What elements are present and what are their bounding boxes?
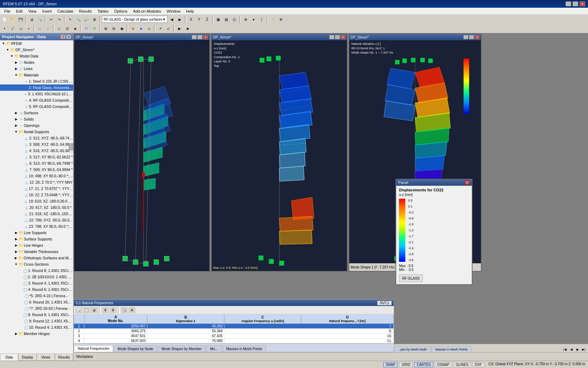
tbl-btn6[interactable]: 🔍 xyxy=(121,307,128,313)
tbl-btn2[interactable]: 📋 xyxy=(83,307,90,313)
tb-warning[interactable]: ⚠ xyxy=(269,15,277,23)
menu-view[interactable]: View xyxy=(26,8,40,14)
tb-export2[interactable]: ↙ xyxy=(164,25,172,32)
view1-buttons[interactable]: − □ ✕ xyxy=(192,35,208,39)
tree-cs-3[interactable]: ◯3: Round 4; 1.4301 X5CrNi... xyxy=(0,280,73,286)
tb-dimension[interactable]: ↔ xyxy=(36,25,44,32)
tree-rfem[interactable]: ▼ 📁 RFEM xyxy=(0,40,73,47)
tab-mode-shapes-node[interactable]: Mode Shapes by Node xyxy=(114,346,157,352)
tb-select[interactable]: ↖ xyxy=(66,15,74,23)
title-bar-buttons[interactable]: − □ ✕ xyxy=(566,1,585,6)
tree-dpsimon[interactable]: ▼ 📁 DP_Simon* xyxy=(0,47,73,53)
badge-cartes[interactable]: CARTES xyxy=(414,362,433,367)
tree-ns-11[interactable]: △19: 619; XZ -180.0,30.0 *; Y xyxy=(0,198,73,204)
view2-body[interactable]: Displacements u-z [mm] CO22 Composition … xyxy=(212,40,347,271)
view3-min[interactable]: − xyxy=(463,35,468,39)
badge-dxf[interactable]: DXF xyxy=(472,362,484,367)
tb-line2[interactable]: ╱ xyxy=(9,25,16,32)
tree-surfacesupports[interactable]: ▶📁Surface Supports xyxy=(0,236,73,242)
tbl-btn4[interactable]: ⬆ xyxy=(102,307,109,313)
tb-print[interactable]: 🖨 xyxy=(28,15,36,23)
tb-new[interactable]: 📄 xyxy=(1,15,8,23)
tb-redo[interactable]: ↪ xyxy=(55,15,63,23)
tb-stop[interactable]: ■ xyxy=(184,25,191,32)
tree-mat-4[interactable]: ▪ 4: RF-GLASS Compositio... xyxy=(0,97,73,103)
tb-color1[interactable]: ■ xyxy=(129,25,137,32)
tree-ns-9[interactable]: △17: 21; Z 70.8707 *; YYY NI xyxy=(0,185,73,192)
tree-ns-15[interactable]: △23: 798; XY 90.0,-50.0 *; Y* xyxy=(0,223,73,230)
tree-ns-8[interactable]: △12: 20; Z 70.0 *; YYY NNY xyxy=(0,179,73,185)
tree-ns-2[interactable]: △3: 508; XYZ -90.0,-54.9994 xyxy=(0,141,73,148)
tree-solids[interactable]: ▶ ▪ Solids xyxy=(0,116,73,122)
view3-max[interactable]: □ xyxy=(469,35,474,39)
tree-cs-8[interactable]: ◯8: Round 8; 1.4301 X5CrNi... xyxy=(0,312,73,318)
tree-mat-2[interactable]: ▪ 2: Float Glass, Horizontal ... xyxy=(0,84,73,91)
v3-tab-mesh-node[interactable]: ...pes by Mesh Node xyxy=(394,346,431,352)
tb-misc1[interactable]: ⊞ xyxy=(102,25,110,32)
tb-view-top[interactable]: ⊡ xyxy=(63,25,71,32)
v3-prev1[interactable]: ◀ xyxy=(568,347,574,352)
tab-natural-freq[interactable]: Natural Frequencies xyxy=(74,345,113,352)
badge-glines[interactable]: GLINES xyxy=(453,362,471,367)
menu-file[interactable]: File xyxy=(1,8,13,14)
tbl-btn1[interactable]: 📊 xyxy=(75,307,82,313)
tree-cs[interactable]: ▼📁Cross-Sections xyxy=(0,261,73,267)
v3-prev2[interactable]: |◀ xyxy=(562,347,568,352)
tree-mat-5[interactable]: ▪ 5: RF-GLASS Compositio... xyxy=(0,103,73,110)
tb-zoom-in[interactable]: 🔍 xyxy=(75,15,82,23)
tb-zoom-out[interactable]: 🔎 xyxy=(83,15,90,23)
view3-buttons[interactable]: − □ ✕ xyxy=(463,35,479,39)
view1-max[interactable]: □ xyxy=(197,35,202,39)
tab-mode-shapes-member[interactable]: Mode Shapes by Member xyxy=(158,346,206,352)
tb-open[interactable]: 📂 xyxy=(9,15,16,23)
tree-ns-6[interactable]: △7: 509; XY 90.0,-54.9994 * xyxy=(0,166,73,173)
menu-insert[interactable]: Insert xyxy=(39,8,55,14)
expand-solids[interactable]: ▶ xyxy=(14,117,18,121)
tb-undo[interactable]: ↩ xyxy=(47,15,55,23)
tb-render1[interactable]: ▦ xyxy=(215,15,222,23)
tb-point[interactable]: • xyxy=(1,25,8,32)
tree-openings[interactable]: ▶ ○ Openings xyxy=(0,122,73,129)
tb-surface[interactable]: ▭ xyxy=(17,25,24,32)
tree-ns-7[interactable]: △10: 498; XY 90.0,-90.0 *; Y* xyxy=(0,173,73,179)
tree-cs-4[interactable]: ◯4: Round 6; 1.4301 X5CrNi... xyxy=(0,286,73,293)
expand-rfem[interactable]: ▼ xyxy=(1,42,6,45)
tb-edge[interactable]: | xyxy=(258,15,266,23)
tbl-btn7[interactable]: ⚙ xyxy=(128,307,135,313)
rfglass-button[interactable]: RF-GLASS xyxy=(399,274,423,282)
tree-nodes[interactable]: ▶ ⬡ Nodes xyxy=(0,59,73,66)
sidebar-tab-results[interactable]: Results xyxy=(55,354,73,361)
expand-nodal[interactable]: ▼ xyxy=(14,130,18,134)
view2-min[interactable]: − xyxy=(329,35,334,39)
tb-solid[interactable]: ▪ xyxy=(25,25,33,32)
tb-color2[interactable]: ■ xyxy=(137,25,145,32)
tab-mo[interactable]: Mo... xyxy=(206,346,222,352)
table-row-4[interactable]: 4 5637.003 75.080 11. xyxy=(74,339,394,343)
v3-tab-masses-mesh[interactable]: Masses in Mesh Points xyxy=(432,346,472,352)
tb-load[interactable]: ↓ xyxy=(44,25,52,32)
tree-cs-5[interactable]: ◯*5: 2RD 4-16 | Ferona - xyxy=(0,293,73,299)
tree-ns-5[interactable]: △6: 513; XY 90.0,-68.7498 * xyxy=(0,160,73,166)
tree-mat-1[interactable]: ▪ 1: Steel S 235 JR | CSN EN xyxy=(0,78,73,84)
sidebar-tab-data[interactable]: Data xyxy=(0,354,18,361)
menu-calculate[interactable]: Calculate xyxy=(55,8,76,14)
tree-ns-1[interactable]: △2: 512; XYZ -90.0,-68.7498 xyxy=(0,135,73,141)
tree-modeldata[interactable]: ▼ 📁 Model Data xyxy=(0,53,73,59)
view1-body[interactable] xyxy=(74,40,209,271)
sidebar-tab-display[interactable]: Display xyxy=(18,354,36,361)
expand-nodes[interactable]: ▶ xyxy=(14,61,18,64)
tb-rotate-z[interactable]: Z xyxy=(203,15,211,23)
tb-view-front[interactable]: □ xyxy=(55,25,63,32)
tb-render2[interactable]: ▤ xyxy=(223,15,230,23)
expand-modeldata[interactable]: ▼ xyxy=(10,54,14,58)
table-row-2[interactable]: 2 3065.375 55.366 8. xyxy=(74,329,394,334)
expand-openings[interactable]: ▶ xyxy=(14,124,18,127)
expand-surfaces[interactable]: ▶ xyxy=(14,111,18,115)
tree-ns-13[interactable]: △21: 618; XZ -180.0,-150.0 * xyxy=(0,211,73,217)
tb-snap[interactable]: ⊕ xyxy=(242,15,250,23)
sidebar-close[interactable]: ✕ xyxy=(66,35,71,39)
view2-close[interactable]: ✕ xyxy=(341,35,345,39)
expand-materials[interactable]: ▼ xyxy=(14,73,18,77)
tb-settings[interactable]: ⚙ xyxy=(277,15,285,23)
tree-ns-4[interactable]: △5: 517; XY 90.0,-82.6622 * xyxy=(0,154,73,160)
